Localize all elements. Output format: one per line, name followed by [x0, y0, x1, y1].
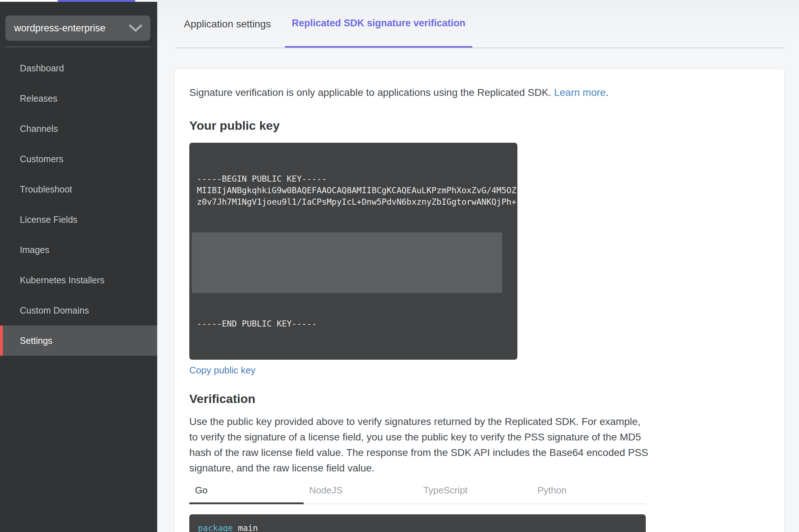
- settings-tabbar: Application settings Replicated SDK sign…: [157, 0, 799, 48]
- intro-text: Signature verification is only applicabl…: [189, 87, 784, 98]
- tab-replicated-sdk-signature-verification[interactable]: Replicated SDK signature verification: [285, 0, 472, 48]
- sidebar-divider: [5, 46, 151, 47]
- tabbar-divider: [175, 48, 785, 48]
- public-key-block: -----BEGIN PUBLIC KEY-----MIIBIjANBgkqhk…: [189, 143, 517, 360]
- copy-public-key-link[interactable]: Copy public key: [189, 365, 256, 376]
- language-tab-nodejs[interactable]: NodeJS: [304, 480, 418, 504]
- intro-text-suffix: .: [606, 87, 609, 98]
- verification-heading: Verification: [189, 392, 784, 406]
- sidebar-item-customers[interactable]: Customers: [0, 144, 157, 174]
- sidebar-item-releases[interactable]: Releases: [0, 83, 157, 114]
- language-tabbar: GoNodeJSTypeScriptPython: [189, 480, 646, 504]
- public-key-line: MIIBIjANBgkqhkiG9w0BAQEFAAOCAQ8AMIIBCgKC…: [197, 185, 517, 196]
- language-tab-python[interactable]: Python: [532, 480, 646, 504]
- content-card: Signature verification is only applicabl…: [175, 69, 785, 532]
- redacted-key-overlay: [192, 232, 502, 293]
- code-line: package main: [198, 522, 646, 532]
- app-selector-label: wordpress-enterprise: [14, 23, 106, 34]
- sidebar-item-settings[interactable]: Settings: [0, 325, 157, 356]
- learn-more-link[interactable]: Learn more: [554, 87, 606, 98]
- sidebar-item-images[interactable]: Images: [0, 235, 157, 265]
- sidebar-item-custom-domains[interactable]: Custom Domains: [0, 295, 157, 325]
- sidebar-item-dashboard[interactable]: Dashboard: [0, 53, 157, 83]
- code-sample-block: package main import ( "crypto" "crypto/r…: [189, 514, 646, 532]
- tab-application-settings[interactable]: Application settings: [184, 0, 271, 48]
- sidebar-item-kubernetes-installers[interactable]: Kubernetes Installers: [0, 265, 157, 295]
- intro-text-main: Signature verification is only applicabl…: [189, 87, 554, 98]
- verification-description: Use the public key provided above to ver…: [189, 414, 651, 476]
- sidebar-item-troubleshoot[interactable]: Troubleshoot: [0, 174, 157, 204]
- sidebar-item-license-fields[interactable]: License Fields: [0, 204, 157, 235]
- public-key-end-line: -----END PUBLIC KEY-----: [197, 318, 517, 329]
- language-tab-typescript[interactable]: TypeScript: [418, 480, 532, 504]
- sidebar: wordpress-enterprise DashboardReleasesCh…: [0, 2, 157, 532]
- public-key-heading: Your public key: [189, 119, 784, 133]
- chevron-down-icon: [129, 24, 142, 32]
- sidebar-nav: DashboardReleasesChannelsCustomersTroubl…: [0, 53, 157, 356]
- app-selector-dropdown[interactable]: wordpress-enterprise: [5, 15, 150, 41]
- public-key-line: z0v7Jh7M1NgV1joeu9l1/IaCPsMpyIcL+Dnw5Pdv…: [197, 196, 517, 208]
- sidebar-item-channels[interactable]: Channels: [0, 114, 157, 144]
- language-tab-go[interactable]: Go: [189, 480, 304, 504]
- public-key-line: -----BEGIN PUBLIC KEY-----: [197, 173, 517, 185]
- main-area: Application settings Replicated SDK sign…: [157, 0, 799, 532]
